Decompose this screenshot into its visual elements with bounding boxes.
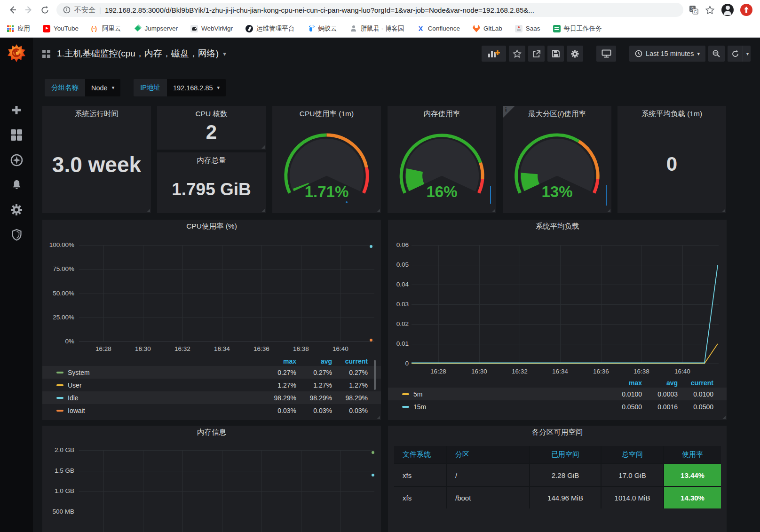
series-name[interactable]: System <box>68 369 261 376</box>
ip-variable-select[interactable]: 192.168.2.85▾ <box>167 79 226 96</box>
time-range-picker[interactable]: Last 15 minutes ▾ <box>629 46 705 62</box>
legend-col-avg[interactable]: avg <box>642 379 678 387</box>
dashboards-icon[interactable] <box>10 128 23 142</box>
mem-gauge-value: 16% <box>388 183 496 201</box>
tv-cycle-button[interactable] <box>596 46 616 62</box>
legend-col-max[interactable]: max <box>606 379 642 387</box>
url-bar[interactable]: 不安全 | 192.168.2.85:3000/d/Bkl9bBYik/1-zh… <box>56 3 683 17</box>
panel-info-corner[interactable] <box>503 106 515 118</box>
forward-button[interactable] <box>21 2 37 18</box>
star-dashboard-button[interactable] <box>509 46 525 62</box>
panel-title[interactable]: 内存总量 <box>157 152 266 167</box>
y-tick: 0.02 <box>390 320 409 328</box>
panel-load-1m: 系统平均负载 (1m) 0 <box>618 106 726 213</box>
legend-col-current[interactable]: current <box>332 357 368 365</box>
panel-title[interactable]: 系统运行时间 <box>42 106 151 121</box>
bookmark-star-icon[interactable] <box>705 5 715 15</box>
create-plus-icon[interactable] <box>10 103 23 117</box>
profile-avatar[interactable] <box>721 4 734 16</box>
legend-item-idle[interactable]: Idle 98.29% 98.29% 98.29% <box>42 391 381 404</box>
cell-filesystem: xfs <box>394 464 446 486</box>
legend-col-avg[interactable]: avg <box>296 357 332 365</box>
y-tick: 100.00% <box>45 241 74 249</box>
bookmark-daily-tasks[interactable]: 每日工作任务 <box>553 24 602 33</box>
series-current: 0.0500 <box>678 403 713 411</box>
legend-item-system[interactable]: System 0.27% 0.27% 0.27% <box>42 366 381 379</box>
refresh-button[interactable]: ▾ <box>728 46 751 62</box>
series-swatch <box>402 393 409 395</box>
legend-item-15m[interactable]: 15m 0.0500 0.0016 0.0500 <box>388 400 727 413</box>
info-icon[interactable] <box>63 6 71 14</box>
dashboard-grid-icon[interactable] <box>42 50 50 58</box>
grafana-sidebar <box>0 38 33 532</box>
panel-title[interactable]: CPU 核数 <box>157 106 266 121</box>
panel-title[interactable]: 内存使用率 <box>388 106 496 121</box>
dashboard-title[interactable]: 1.主机基础监控(cpu，内存，磁盘，网络) <box>57 48 219 60</box>
series-name[interactable]: User <box>68 381 261 389</box>
refresh-interval-caret-icon[interactable]: ▾ <box>743 46 749 62</box>
bookmark-cnblogs[interactable]: 胖鼠君 - 博客园 <box>350 24 404 33</box>
legend-item-user[interactable]: User 1.27% 1.27% 1.27% <box>42 379 381 391</box>
legend-item-5m[interactable]: 5m 0.0100 0.0003 0.0100 <box>388 388 727 400</box>
panel-title[interactable]: CPU使用率 (1m) <box>272 106 381 121</box>
back-button[interactable] <box>5 2 21 18</box>
col-usage[interactable]: 使用率 <box>663 446 721 463</box>
grafana-logo[interactable] <box>7 43 26 63</box>
y-tick: 1.5 GB <box>44 467 74 475</box>
bookmark-confluence[interactable]: Confluence <box>417 25 460 32</box>
bookmark-ops-platform[interactable]: 运维管理平台 <box>245 24 294 33</box>
add-panel-button[interactable] <box>482 46 506 62</box>
cell-used: 144.96 MiB <box>529 487 601 508</box>
sparkline <box>606 185 607 206</box>
group-variable-select[interactable]: Node▾ <box>85 79 120 96</box>
y-tick: 25.00% <box>45 314 74 321</box>
legend-item-iowait[interactable]: Iowait 0.03% 0.03% 0.03% <box>42 404 381 417</box>
col-filesystem[interactable]: 文件系统 <box>394 446 446 463</box>
series-max: 0.27% <box>261 369 296 376</box>
legend-col-max[interactable]: max <box>261 357 296 365</box>
y-tick: 0.03 <box>390 301 409 308</box>
bookmark-youtube[interactable]: YouTube <box>43 25 79 32</box>
explore-compass-icon[interactable] <box>10 153 23 167</box>
col-partition[interactable]: 分区 <box>446 446 529 463</box>
translate-icon[interactable]: 文G <box>689 5 698 15</box>
col-total[interactable]: 总空间 <box>601 446 663 463</box>
col-used[interactable]: 已用空间 <box>529 446 601 463</box>
series-name[interactable]: 5m <box>413 390 606 398</box>
ops-platform-icon <box>245 25 253 32</box>
dashboard-settings-button[interactable] <box>567 46 583 62</box>
share-dashboard-button[interactable] <box>528 46 545 62</box>
panel-title[interactable]: 各分区可用空间 <box>388 428 727 437</box>
alerting-bell-icon[interactable] <box>10 178 23 191</box>
bookmark-gitlab[interactable]: GitLab <box>473 25 502 32</box>
bookmark-label: Jumpserver <box>145 25 178 32</box>
title-caret-icon[interactable]: ▾ <box>223 50 226 57</box>
bookmark-webvirmgr[interactable]: WebVirMgr <box>190 25 233 32</box>
legend-scrollbar[interactable] <box>374 360 376 390</box>
series-name[interactable]: Idle <box>68 394 261 402</box>
series-name[interactable]: 15m <box>413 403 606 411</box>
dropdown-caret-icon: ▾ <box>112 85 115 91</box>
save-dashboard-button[interactable] <box>547 46 564 62</box>
reload-button[interactable] <box>37 2 53 18</box>
panel-cpu-cores: CPU 核数 2 <box>157 106 266 150</box>
series-name[interactable]: Iowait <box>68 407 261 414</box>
server-admin-shield-icon[interactable] <box>10 228 23 241</box>
aliyun-icon <box>91 25 99 32</box>
x-tick: 16:32 <box>508 368 531 375</box>
partition-table: 文件系统 分区 已用空间 总空间 使用率 xfs / 2.28 GiB 17.0… <box>394 446 721 508</box>
bookmark-saas[interactable]: Saas <box>515 25 540 32</box>
bookmark-antcloud[interactable]: 蚂蚁云 <box>307 24 337 33</box>
legend-col-current[interactable]: current <box>678 379 713 387</box>
panel-title[interactable]: 系统平均负载 (1m) <box>618 106 726 121</box>
bookmark-jumpserver[interactable]: Jumpserver <box>134 25 178 32</box>
bookmark-apps[interactable]: 应用 <box>7 24 30 33</box>
bookmark-aliyun[interactable]: 阿里云 <box>91 24 121 33</box>
panel-uptime: 系统运行时间 3.0 week <box>42 106 151 213</box>
configuration-gear-icon[interactable] <box>10 203 23 216</box>
zoom-out-button[interactable] <box>708 46 725 62</box>
chrome-update-menu-icon[interactable] <box>740 4 752 16</box>
cell-total: 1014.0 MiB <box>601 487 663 508</box>
panel-title[interactable]: 最大分区(/)使用率 <box>503 106 611 121</box>
x-tick: 16:32 <box>171 345 194 353</box>
